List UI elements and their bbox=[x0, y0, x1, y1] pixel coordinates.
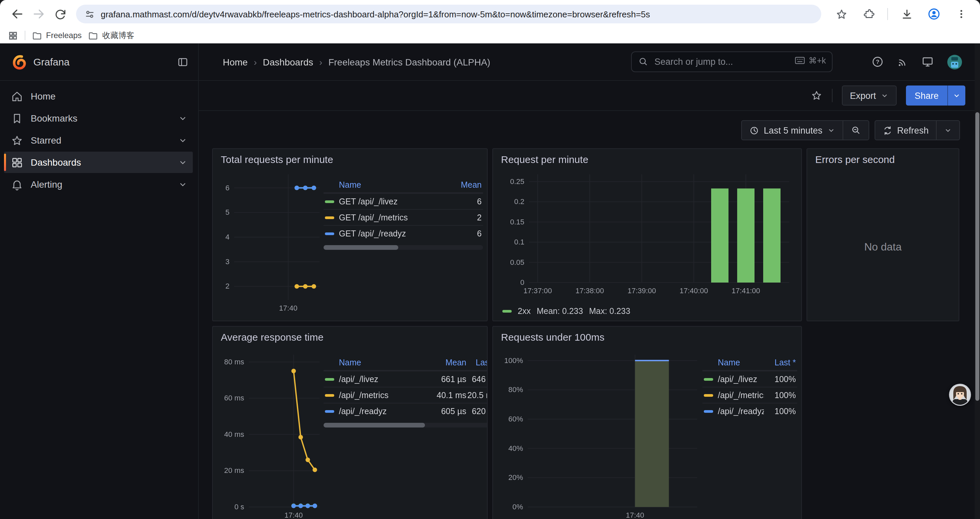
refresh-button[interactable]: Refresh bbox=[875, 121, 936, 140]
monitor-icon[interactable] bbox=[921, 56, 934, 68]
chevron-down-icon[interactable] bbox=[178, 113, 188, 123]
sidebar-item-alerting[interactable]: Alerting bbox=[4, 174, 193, 195]
sidebar-item-starred[interactable]: Starred bbox=[4, 129, 193, 151]
panel-title[interactable]: Total requests per minute bbox=[221, 153, 333, 165]
legend-row[interactable]: /api/_/readyz100% bbox=[703, 403, 797, 419]
url-bar[interactable]: grafana.mathmast.com/d/deytv4rwavabkb/fr… bbox=[76, 5, 821, 23]
search-box[interactable]: ⌘+k bbox=[631, 51, 832, 72]
svg-text:17:40: 17:40 bbox=[279, 304, 298, 312]
svg-text:3: 3 bbox=[226, 257, 229, 266]
legend-series-name: /api/_/livez bbox=[718, 374, 764, 384]
chevron-down-icon[interactable] bbox=[178, 136, 188, 145]
site-settings-icon[interactable] bbox=[84, 8, 95, 20]
legend-stat[interactable]: 2xxMean: 0.233Max: 0.233 bbox=[502, 307, 630, 316]
profile-button[interactable] bbox=[923, 3, 945, 25]
chevron-down-icon[interactable] bbox=[178, 158, 188, 167]
favorite-star-icon[interactable] bbox=[811, 89, 822, 102]
legend-row[interactable]: GET /api/_/readyz6 bbox=[323, 225, 483, 241]
svg-text:0.25: 0.25 bbox=[510, 177, 524, 186]
bookmark-folder-blogs[interactable]: 收藏博客 bbox=[88, 30, 134, 41]
legend-series-name: /api/_/livez bbox=[339, 374, 429, 384]
grafana-logo[interactable] bbox=[11, 53, 27, 70]
bookmarks-bar: Freeleaps 收藏博客 bbox=[0, 28, 980, 43]
legend-series-name: /api/_/readyz bbox=[339, 406, 429, 416]
subheader-divider bbox=[832, 89, 832, 102]
share-button-menu[interactable] bbox=[947, 86, 965, 105]
bookmarks-divider bbox=[25, 31, 25, 40]
bar-chart[interactable]: 17:40100%80%60%40%20%0% bbox=[498, 349, 700, 519]
legend-scrollbar[interactable] bbox=[323, 245, 483, 250]
extensions-button[interactable] bbox=[858, 3, 879, 25]
series-color-chip bbox=[325, 410, 334, 412]
news-rss-icon[interactable] bbox=[897, 56, 908, 68]
sidebar-item-dashboards[interactable]: Dashboards bbox=[4, 152, 193, 173]
legend-table: NameMeanGET /api/_/livez6GET /api/_/metr… bbox=[323, 177, 483, 250]
timeseries-chart[interactable]: 17:4080 ms60 ms40 ms20 ms0 s bbox=[217, 349, 322, 519]
legend-row[interactable]: /api/_/metrics100% bbox=[703, 387, 797, 403]
legend-row[interactable]: GET /api/_/metrics2 bbox=[323, 209, 483, 225]
panel-requests-under-100ms[interactable]: Requests under 100ms 17:40100%80%60%40%2… bbox=[492, 326, 802, 519]
zoom-out-time-button[interactable] bbox=[843, 121, 868, 140]
scrollbar-thumb[interactable] bbox=[975, 112, 979, 401]
series-color-chip bbox=[325, 232, 334, 235]
breadcrumb-page: Freeleaps Metrics Dashboard (ALPHA) bbox=[328, 56, 490, 67]
export-button[interactable]: Export bbox=[842, 86, 897, 105]
share-button-main[interactable]: Share bbox=[906, 86, 947, 105]
bookmark-star-icon bbox=[835, 8, 848, 21]
back-button[interactable] bbox=[7, 3, 28, 25]
legend-row[interactable]: /api/_/readyz605 µs620 µs bbox=[323, 403, 488, 419]
time-range-picker[interactable]: Last 5 minutes bbox=[742, 121, 843, 140]
share-button[interactable]: Share bbox=[906, 86, 965, 105]
sidebar-item-home[interactable]: Home bbox=[4, 86, 193, 107]
legend-table: NameMeanLast */api/_/livez661 µs646 µs/a… bbox=[323, 355, 488, 428]
svg-text:17:40:00: 17:40:00 bbox=[679, 287, 708, 295]
legend-row[interactable]: GET /api/_/livez6 bbox=[323, 193, 483, 209]
browser-menu-button[interactable] bbox=[951, 3, 972, 25]
panel-title[interactable]: Requests under 100ms bbox=[501, 331, 605, 343]
chevron-down-icon[interactable] bbox=[178, 180, 188, 189]
page-scrollbar[interactable] bbox=[975, 43, 980, 519]
bar-chart[interactable]: 17:37:0017:38:0017:39:0017:40:0017:41:00… bbox=[498, 169, 792, 300]
profile-icon bbox=[927, 7, 941, 21]
timeseries-chart[interactable]: 17:4065432 bbox=[217, 169, 322, 317]
legend-scrollbar[interactable] bbox=[323, 423, 488, 428]
panel-errors-per-second[interactable]: Errors per second No data bbox=[807, 148, 959, 321]
floating-assistant-avatar[interactable] bbox=[949, 383, 971, 406]
panel-average-response-time[interactable]: Average response time 17:4080 ms60 ms40 … bbox=[212, 326, 488, 519]
folder-icon bbox=[32, 30, 42, 40]
refresh-group: Refresh bbox=[874, 120, 960, 140]
legend-series-name[interactable]: 2xx bbox=[518, 307, 531, 316]
panel-title[interactable]: Average response time bbox=[221, 331, 323, 343]
panel-total-requests[interactable]: Total requests per minute 17:4065432 Nam… bbox=[212, 148, 488, 321]
help-icon[interactable]: ? bbox=[871, 56, 884, 68]
legend-row[interactable]: /api/_/livez661 µs646 µs bbox=[323, 371, 488, 387]
svg-text:0.1: 0.1 bbox=[514, 238, 524, 246]
breadcrumb-separator: › bbox=[254, 56, 257, 67]
breadcrumb-dashboards[interactable]: Dashboards bbox=[263, 56, 313, 67]
url-text[interactable]: grafana.mathmast.com/d/deytv4rwavabkb/fr… bbox=[101, 9, 650, 19]
user-avatar[interactable] bbox=[947, 54, 963, 70]
panel-request-per-minute[interactable]: Request per minute 17:37:0017:38:0017:39… bbox=[492, 148, 802, 321]
legend-row[interactable]: /api/_/livez100% bbox=[703, 371, 797, 387]
svg-text:4: 4 bbox=[226, 233, 229, 241]
reload-button[interactable] bbox=[49, 3, 71, 25]
bookmark-folder-freeleaps[interactable]: Freeleaps bbox=[32, 30, 82, 40]
bookmark-page-button[interactable] bbox=[830, 3, 852, 25]
sidebar-item-bookmarks[interactable]: Bookmarks bbox=[4, 107, 193, 129]
reload-icon bbox=[54, 8, 66, 21]
refresh-interval-button[interactable] bbox=[937, 121, 959, 140]
chevron-down-icon bbox=[827, 126, 835, 134]
panel-title[interactable]: Errors per second bbox=[815, 153, 895, 165]
sidebar: Home Bookmarks Starred Dashboards bbox=[0, 81, 199, 519]
panel-title[interactable]: Request per minute bbox=[501, 153, 589, 165]
forward-button[interactable] bbox=[28, 3, 49, 25]
sidebar-toggle-icon[interactable] bbox=[177, 56, 189, 68]
downloads-button[interactable] bbox=[896, 3, 917, 25]
breadcrumb-home[interactable]: Home bbox=[223, 56, 248, 67]
header-main: Home › Dashboards › Freeleaps Metrics Da… bbox=[199, 43, 980, 80]
bookmark-folder-label: 收藏博客 bbox=[102, 30, 134, 41]
app-body: Home Bookmarks Starred Dashboards bbox=[0, 81, 980, 519]
legend-row[interactable]: /api/_/metrics40.1 ms20.5 ms bbox=[323, 387, 488, 403]
clock-icon bbox=[749, 125, 759, 135]
apps-grid-icon[interactable] bbox=[8, 30, 18, 40]
